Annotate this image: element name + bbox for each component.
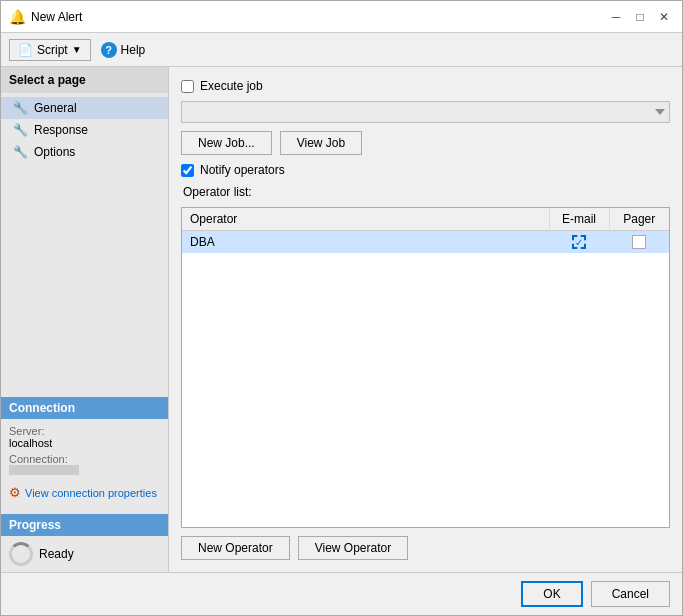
footer-buttons: OK Cancel — [1, 572, 682, 615]
sidebar-sections: Connection Server: localhost Connection:… — [1, 397, 168, 572]
new-job-button[interactable]: New Job... — [181, 131, 272, 155]
col-header-pager: Pager — [609, 208, 669, 231]
email-cell[interactable] — [549, 231, 609, 254]
window-icon: 🔔 — [9, 9, 25, 25]
operator-table: Operator E-mail Pager DBA — [182, 208, 669, 253]
progress-spinner — [9, 542, 33, 566]
job-dropdown-row — [181, 101, 670, 123]
close-button[interactable]: ✕ — [654, 7, 674, 27]
response-icon: 🔧 — [13, 123, 28, 137]
view-connection-properties-link[interactable]: ⚙ View connection properties — [9, 485, 160, 500]
sidebar-header: Select a page — [1, 67, 168, 93]
email-checkbox[interactable] — [572, 235, 586, 249]
col-header-email: E-mail — [549, 208, 609, 231]
sidebar-item-options-label: Options — [34, 145, 75, 159]
operator-table-body: DBA — [182, 231, 669, 254]
new-operator-button[interactable]: New Operator — [181, 536, 290, 560]
notify-operators-row: Notify operators — [181, 163, 670, 177]
ok-button[interactable]: OK — [521, 581, 582, 607]
view-connection-properties-label: View connection properties — [25, 487, 157, 499]
view-operator-button[interactable]: View Operator — [298, 536, 408, 560]
sidebar-nav: 🔧 General 🔧 Response 🔧 Options — [1, 93, 168, 167]
minimize-button[interactable]: ─ — [606, 7, 626, 27]
window-controls: ─ □ ✕ — [606, 7, 674, 27]
sidebar-item-response-label: Response — [34, 123, 88, 137]
sidebar-item-general[interactable]: 🔧 General — [1, 97, 168, 119]
execute-job-checkbox-label[interactable]: Execute job — [181, 79, 263, 93]
job-buttons-row: New Job... View Job — [181, 131, 670, 155]
operator-buttons-row: New Operator View Operator — [181, 536, 670, 560]
job-dropdown[interactable] — [181, 101, 670, 123]
table-row[interactable]: DBA — [182, 231, 669, 254]
script-dropdown-arrow: ▼ — [72, 44, 82, 55]
server-value: localhost — [9, 437, 160, 449]
content-panel: Execute job New Job... View Job Notify o… — [169, 67, 682, 572]
script-button[interactable]: 📄 Script ▼ — [9, 39, 91, 61]
server-label: Server: — [9, 425, 160, 437]
general-icon: 🔧 — [13, 101, 28, 115]
progress-status: Ready — [39, 547, 74, 561]
script-icon: 📄 — [18, 43, 33, 57]
notify-operators-checkbox[interactable] — [181, 164, 194, 177]
operator-name-cell: DBA — [182, 231, 549, 254]
execute-job-checkbox[interactable] — [181, 80, 194, 93]
col-header-operator: Operator — [182, 208, 549, 231]
pager-cell[interactable] — [609, 231, 669, 254]
notify-operators-label: Notify operators — [200, 163, 285, 177]
cancel-button[interactable]: Cancel — [591, 581, 670, 607]
sidebar-item-response[interactable]: 🔧 Response — [1, 119, 168, 141]
maximize-button[interactable]: □ — [630, 7, 650, 27]
operator-list-label: Operator list: — [183, 185, 670, 199]
view-job-button[interactable]: View Job — [280, 131, 362, 155]
help-label: Help — [121, 43, 146, 57]
pager-checkbox[interactable] — [632, 235, 646, 249]
sidebar-item-general-label: General — [34, 101, 77, 115]
operator-table-container: Operator E-mail Pager DBA — [181, 207, 670, 528]
execute-job-row: Execute job — [181, 79, 670, 93]
options-icon: 🔧 — [13, 145, 28, 159]
progress-content: Ready — [1, 536, 168, 572]
table-header-row: Operator E-mail Pager — [182, 208, 669, 231]
toolbar: 📄 Script ▼ ? Help — [1, 33, 682, 67]
window-title: New Alert — [31, 10, 606, 24]
email-checkbox-cell — [558, 235, 601, 249]
sidebar-item-options[interactable]: 🔧 Options — [1, 141, 168, 163]
pager-checkbox-cell — [618, 235, 662, 249]
connection-value — [9, 465, 79, 475]
script-label: Script — [37, 43, 68, 57]
connection-properties-icon: ⚙ — [9, 485, 21, 500]
progress-section-title: Progress — [1, 514, 168, 536]
sidebar: Select a page 🔧 General 🔧 Response 🔧 Opt… — [1, 67, 169, 572]
connection-content: Server: localhost Connection: ⚙ View con… — [1, 419, 168, 506]
notify-operators-checkbox-label[interactable]: Notify operators — [181, 163, 285, 177]
help-icon: ? — [101, 42, 117, 58]
connection-section-title: Connection — [1, 397, 168, 419]
title-bar: 🔔 New Alert ─ □ ✕ — [1, 1, 682, 33]
execute-job-label: Execute job — [200, 79, 263, 93]
connection-label: Connection: — [9, 453, 160, 465]
main-window: 🔔 New Alert ─ □ ✕ 📄 Script ▼ ? Help Sele… — [0, 0, 683, 616]
help-button[interactable]: ? Help — [95, 39, 152, 61]
main-content: Select a page 🔧 General 🔧 Response 🔧 Opt… — [1, 67, 682, 572]
